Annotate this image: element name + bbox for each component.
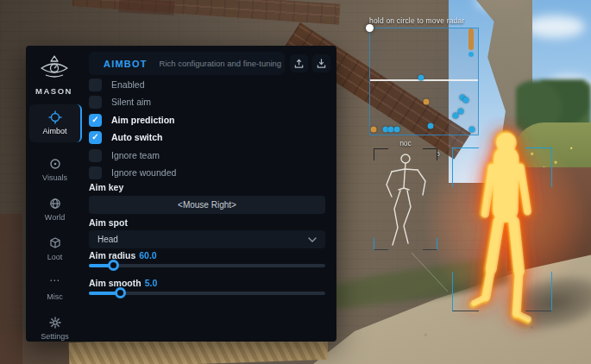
radar-dot bbox=[388, 127, 394, 133]
radar-dots bbox=[370, 28, 478, 135]
checkbox[interactable]: ✓ bbox=[89, 149, 102, 162]
checkbox-label: Ignore wounded bbox=[111, 167, 176, 178]
aim-radius-value: 60.0 bbox=[139, 250, 156, 260]
import-config-button[interactable] bbox=[312, 54, 330, 72]
esp-corner bbox=[452, 272, 479, 311]
checkbox-silent-aim[interactable]: ✓ Silent aim bbox=[89, 95, 151, 109]
sidebar-item-misc[interactable]: ⋯ Misc bbox=[29, 270, 80, 308]
sidebar-item-loot[interactable]: Loot bbox=[29, 230, 80, 268]
checkbox-auto-switch[interactable]: ✓ Auto switch bbox=[89, 130, 163, 144]
sidebar-item-label: Visuals bbox=[42, 173, 67, 182]
slider-thumb[interactable] bbox=[115, 287, 126, 298]
slider-track[interactable] bbox=[89, 264, 325, 267]
checkbox[interactable]: ✓ bbox=[89, 78, 102, 91]
slider-track[interactable] bbox=[89, 292, 325, 295]
aim-radius-slider-group: Aim radius60.0 bbox=[89, 250, 325, 276]
sidebar-item-visuals[interactable]: Visuals bbox=[29, 151, 80, 189]
checkbox-enabled[interactable]: ✓ Enabled bbox=[89, 78, 145, 91]
radar-dot bbox=[428, 123, 434, 129]
radar-dot bbox=[463, 97, 469, 104]
radar-dot bbox=[371, 127, 377, 133]
sidebar-item-label: Aimbot bbox=[42, 127, 66, 135]
checkbox-label: Auto switch bbox=[111, 132, 163, 142]
checkbox-ignore-wounded[interactable]: ✓ Ignore wounded bbox=[89, 166, 176, 179]
radar-dot bbox=[469, 127, 475, 133]
crosshair-icon bbox=[29, 110, 80, 125]
checkbox[interactable]: ✓ bbox=[89, 131, 102, 144]
section-header: AIMBOT Rich configuration and fine-tunin… bbox=[89, 52, 285, 75]
brand-name: MASON bbox=[26, 86, 82, 96]
sidebar-item-label: Loot bbox=[47, 253, 63, 261]
aim-spot-select[interactable]: Head bbox=[89, 230, 325, 248]
radar-dot bbox=[453, 113, 459, 119]
aim-key-label: Aim key bbox=[89, 182, 123, 192]
cube-icon bbox=[29, 236, 80, 251]
esp-corner bbox=[525, 272, 552, 311]
mason-eye-icon bbox=[38, 54, 71, 80]
radar-dot bbox=[394, 127, 400, 133]
cloud bbox=[525, 16, 585, 38]
radar[interactable]: hold on circle to move radar bbox=[369, 28, 479, 135]
section-title: AIMBOT bbox=[104, 59, 148, 69]
checkbox-label: Enabled bbox=[111, 79, 145, 90]
aim-smooth-slider-group: Aim smooth5.0 bbox=[89, 278, 325, 304]
ellipsis-icon: ⋯ bbox=[29, 276, 80, 291]
checkbox-label: Silent aim bbox=[111, 97, 151, 107]
chevron-down-icon bbox=[308, 237, 317, 242]
aim-smooth-value: 5.0 bbox=[145, 278, 158, 288]
gear-icon bbox=[29, 316, 80, 330]
player-esp-box bbox=[452, 147, 552, 311]
sidebar-item-label: World bbox=[45, 213, 65, 222]
esp-corner bbox=[452, 147, 479, 187]
check-icon: ✓ bbox=[91, 116, 98, 124]
checkbox-label: Aim prediction bbox=[111, 115, 175, 125]
aim-spot-value: Head bbox=[97, 235, 118, 244]
radar-dot bbox=[418, 75, 424, 81]
radar-hint: hold on circle to move radar bbox=[369, 16, 465, 25]
aim-key-bind-button[interactable]: <Mouse Right> bbox=[89, 196, 325, 214]
brick-patch bbox=[0, 214, 22, 364]
globe-icon bbox=[29, 197, 80, 211]
esp-corner bbox=[525, 147, 552, 187]
section-subtitle: Rich configuration and fine-tuning bbox=[160, 59, 282, 68]
slider-thumb[interactable] bbox=[108, 260, 119, 271]
download-icon bbox=[316, 58, 327, 69]
esp-player-name: noc bbox=[374, 139, 437, 147]
aim-smooth-label: Aim smooth bbox=[89, 278, 141, 288]
sidebar-item-world[interactable]: World bbox=[29, 191, 80, 229]
upload-icon bbox=[293, 58, 305, 69]
sidebar-item-aimbot[interactable]: Aimbot bbox=[29, 104, 82, 142]
check-icon: ✓ bbox=[91, 133, 98, 141]
skeleton-bones bbox=[374, 148, 437, 250]
skeleton-esp-box: noc 5 bbox=[374, 148, 437, 250]
export-config-button[interactable] bbox=[290, 54, 308, 72]
checkbox[interactable]: ✓ bbox=[89, 96, 102, 109]
checkbox[interactable]: ✓ bbox=[89, 114, 102, 127]
game-scene: noc 5 hold on circle to move radar bbox=[0, 0, 591, 364]
sidebar-item-label: Settings bbox=[41, 332, 69, 341]
checkbox-aim-prediction[interactable]: ✓ Aim prediction bbox=[89, 113, 175, 127]
entity-dot bbox=[468, 52, 474, 57]
brand-logo: MASON bbox=[26, 54, 82, 96]
checkbox[interactable]: ✓ bbox=[89, 166, 102, 179]
checkbox-label: Ignore team bbox=[111, 150, 160, 160]
cheat-menu-panel: MASON Aimbot Visuals World bbox=[26, 46, 336, 342]
eye-icon bbox=[29, 157, 80, 172]
entity-health-bar bbox=[468, 28, 474, 50]
radar-dot bbox=[458, 109, 464, 115]
radar-dot bbox=[424, 99, 430, 105]
sidebar-item-label: Misc bbox=[47, 292, 63, 301]
aim-spot-label: Aim spot bbox=[89, 217, 128, 228]
checkbox-ignore-team[interactable]: ✓ Ignore team bbox=[89, 148, 160, 162]
sidebar-item-settings[interactable]: Settings bbox=[29, 310, 80, 348]
